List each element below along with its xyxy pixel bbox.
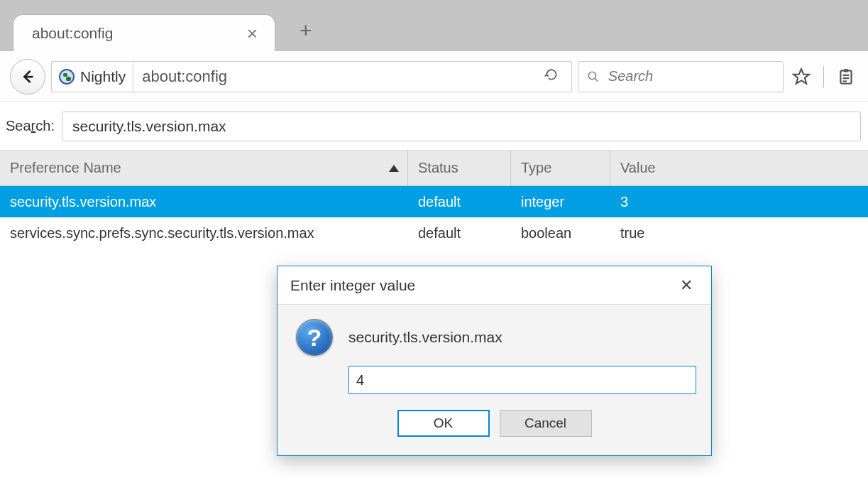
tab-title: about:config [32,25,241,42]
col-header-value[interactable]: Value [610,151,868,185]
dialog-pref-name: security.tls.version.max [348,329,502,346]
value-input[interactable] [348,366,696,394]
close-icon[interactable]: × [241,21,263,45]
cell-value: 3 [610,194,868,210]
table-header: Preference Name Status Type Value [0,151,868,186]
cell-status: default [408,194,511,210]
cell-status: default [408,225,511,241]
table-row[interactable]: services.sync.prefs.sync.security.tls.ve… [0,217,868,249]
table-row[interactable]: security.tls.version.max default integer… [0,186,868,217]
cell-pref: services.sync.prefs.sync.security.tls.ve… [0,225,408,241]
identity-label: Nightly [80,68,126,85]
clipboard-list-icon [837,67,855,86]
svg-marker-8 [389,165,399,172]
svg-rect-4 [844,69,849,72]
star-icon [792,67,811,86]
cell-pref: security.tls.version.max [0,194,408,210]
dialog-titlebar: Enter integer value ✕ [278,266,711,305]
library-button[interactable] [834,65,858,89]
search-input[interactable] [607,67,774,85]
cancel-button[interactable]: Cancel [500,410,592,437]
reload-button[interactable] [537,65,566,89]
dialog-body: ? security.tls.version.max OK Cancel [278,305,711,455]
filter-bar: Search: [0,102,868,151]
nav-toolbar: Nightly about:config [0,51,868,102]
new-tab-button[interactable]: + [291,17,321,44]
arrow-left-icon [20,69,35,85]
svg-line-1 [595,78,598,81]
globe-icon [59,69,75,85]
search-box[interactable] [578,61,784,92]
bookmark-star-button[interactable] [789,65,813,89]
dialog-title: Enter integer value [290,277,415,294]
sort-asc-icon [389,165,399,172]
cell-value: true [610,225,868,241]
toolbar-separator [823,66,824,87]
svg-marker-2 [793,69,809,84]
url-bar[interactable]: about:config [133,61,572,92]
cell-type: boolean [511,225,610,241]
url-text: about:config [142,67,537,86]
question-icon: ? [296,319,333,356]
col-header-status[interactable]: Status [408,151,511,185]
filter-input[interactable] [62,112,861,141]
back-button[interactable] [10,59,45,94]
col-header-preference-name[interactable]: Preference Name [0,151,408,185]
filter-label: Search: [6,118,55,134]
ok-button[interactable]: OK [397,410,490,437]
search-icon [587,70,600,84]
tab-strip: about:config × + [0,0,868,51]
svg-point-0 [588,72,595,79]
close-icon[interactable]: ✕ [674,273,698,298]
cell-type: integer [511,194,610,210]
browser-tab[interactable]: about:config × [13,14,275,51]
col-header-type[interactable]: Type [511,151,610,185]
reload-icon [544,67,559,82]
identity-box[interactable]: Nightly [51,61,133,92]
edit-value-dialog: Enter integer value ✕ ? security.tls.ver… [277,266,712,456]
